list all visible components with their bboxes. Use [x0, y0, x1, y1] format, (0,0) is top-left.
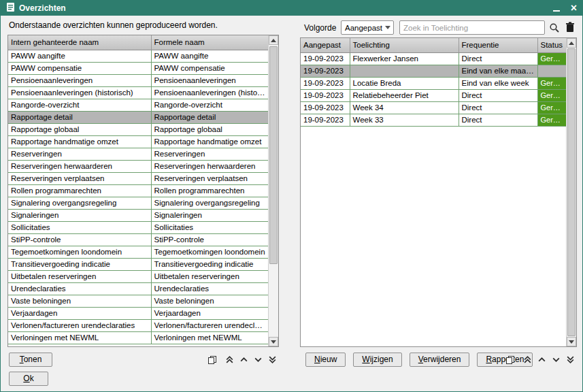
intern-naam-cell[interactable]: PAWW compensatie — [8, 62, 151, 74]
search-button[interactable] — [548, 22, 561, 34]
aangepast-cell[interactable]: 19-09-2023 — [301, 101, 350, 114]
scroll-top-button[interactable] — [224, 354, 235, 365]
status-cell[interactable]: Gereed — [537, 89, 566, 101]
overzicht-row[interactable]: PAWW compensatiePAWW compensatie — [8, 62, 268, 74]
status-cell[interactable]: Gereed — [537, 114, 566, 126]
delete-search-button[interactable] — [564, 21, 576, 33]
formele-naam-cell[interactable]: PAWW aangifte — [151, 50, 268, 62]
intern-naam-cell[interactable]: Rangorde-overzicht — [8, 99, 151, 111]
intern-naam-cell[interactable]: Verlonen/factureren urendeclaraties — [8, 319, 151, 331]
formele-naam-cell[interactable]: Pensioenaanleveringen — [151, 74, 268, 86]
overzicht-row[interactable]: Rollen programmarechtenRollen programmar… — [8, 184, 268, 197]
overzicht-row[interactable]: PAWW aangiftePAWW aangifte — [8, 50, 268, 62]
overzicht-row[interactable]: Vaste beloningenVaste beloningen — [8, 295, 268, 307]
intern-naam-cell[interactable]: Rapportage detail — [8, 111, 151, 123]
rapport-row[interactable]: 19-09-2023Week 34DirectGereed — [301, 101, 566, 114]
intern-naam-cell[interactable]: Verloningen met NEWML — [8, 331, 151, 344]
formele-naam-cell[interactable]: Vaste beloningen — [151, 295, 268, 307]
intern-naam-cell[interactable]: Reserveringen verplaatsen — [8, 172, 151, 184]
formele-naam-cell[interactable]: Pensioenaanleveringen (historisch) — [151, 86, 268, 99]
overzicht-row[interactable]: SollicitatiesSollicitaties — [8, 221, 268, 233]
formele-naam-cell[interactable]: Urendeclaraties — [151, 282, 268, 295]
overzicht-row[interactable]: Transitievergoeding indicatieTransitieve… — [8, 258, 268, 270]
status-cell[interactable] — [537, 65, 566, 77]
intern-naam-cell[interactable]: Vaste beloningen — [8, 295, 151, 307]
aangepast-cell[interactable]: 19-09-2023 — [301, 52, 350, 65]
rapport-row[interactable]: 19-09-2023Week 33DirectGereed — [301, 114, 566, 126]
intern-naam-cell[interactable]: Signalering overgangsregeling — [8, 197, 151, 209]
overzicht-row[interactable]: Pensioenaanleveringen (historisch)Pensio… — [8, 86, 268, 99]
left-scrollbar[interactable] — [268, 35, 278, 346]
copy-button[interactable] — [206, 354, 218, 365]
formele-naam-cell[interactable]: Transitievergoeding indicatie — [151, 258, 268, 270]
tonen-button[interactable]: Tonen — [9, 353, 52, 367]
intern-naam-cell[interactable]: Pensioenaanleveringen — [8, 74, 151, 86]
overzicht-row[interactable]: Verlonen/factureren urendeclaratiesVerlo… — [8, 319, 268, 331]
aangepast-cell[interactable]: 19-09-2023 — [301, 89, 350, 101]
overzicht-row[interactable]: UrendeclaratiesUrendeclaraties — [8, 282, 268, 295]
rapport-row[interactable]: 19-09-2023Locatie BredaEind van elke wee… — [301, 77, 566, 89]
intern-naam-cell[interactable]: Urendeclaraties — [8, 282, 151, 295]
formele-naam-cell[interactable]: Verlonen/factureren urendeclaraties — [151, 319, 268, 331]
frequentie-cell[interactable]: Direct — [459, 114, 537, 126]
frequentie-cell[interactable]: Direct — [459, 52, 537, 65]
status-cell[interactable]: Gereed — [537, 77, 566, 89]
verwijderen-button[interactable]: Verwijderen — [410, 353, 470, 367]
formele-naam-cell[interactable]: Signalering overgangsregeling — [151, 197, 268, 209]
aangepast-cell[interactable]: 19-09-2023 — [301, 65, 350, 77]
scroll-up-arrow[interactable] — [567, 38, 576, 48]
overzicht-row[interactable]: Verloningen met NEWMLVerloningen met NEW… — [8, 331, 268, 344]
formele-naam-cell[interactable]: Tegemoetkomingen loondomein — [151, 246, 268, 258]
formele-naam-cell[interactable]: StiPP-controle — [151, 233, 268, 246]
scroll-down-button[interactable] — [252, 354, 264, 365]
intern-naam-cell[interactable]: Uitbetalen reserveringen — [8, 270, 151, 282]
formele-naam-cell[interactable]: Rapportage globaal — [151, 123, 268, 135]
overzicht-row[interactable]: SignaleringenSignaleringen — [8, 209, 268, 221]
status-cell[interactable]: Gereed — [537, 52, 566, 65]
scroll-up-button[interactable] — [536, 354, 548, 365]
copy-button[interactable] — [504, 354, 516, 365]
scroll-top-button[interactable] — [522, 354, 533, 365]
toelichting-cell[interactable]: Week 34 — [350, 101, 459, 114]
formele-naam-cell[interactable]: Rapportage detail — [151, 111, 268, 123]
overzicht-row[interactable]: Rapportage handmatige omzetRapportage ha… — [8, 135, 268, 148]
scroll-down-button[interactable] — [550, 354, 562, 365]
frequentie-cell[interactable]: Direct — [459, 89, 537, 101]
intern-naam-cell[interactable]: Verjaardagen — [8, 307, 151, 319]
intern-naam-cell[interactable]: Transitievergoeding indicatie — [8, 258, 151, 270]
formele-naam-cell[interactable]: Verjaardagen — [151, 307, 268, 319]
formele-naam-cell[interactable]: PAWW compensatie — [151, 62, 268, 74]
overzicht-row[interactable]: Uitbetalen reserveringenUitbetalen reser… — [8, 270, 268, 282]
nieuw-button[interactable]: Nieuw — [305, 353, 346, 367]
aangepast-cell[interactable]: 19-09-2023 — [301, 114, 350, 126]
formele-naam-cell[interactable]: Uitbetalen reserveringen — [151, 270, 268, 282]
scrollbar-thumb[interactable] — [567, 48, 576, 336]
close-button[interactable]: × — [571, 3, 577, 13]
titlebar[interactable]: Overzichten × — [1, 1, 582, 16]
overzicht-row[interactable]: PensioenaanleveringenPensioenaanlevering… — [8, 74, 268, 86]
overzicht-row[interactable]: Reserveringen verplaatsenReserveringen v… — [8, 172, 268, 184]
intern-naam-cell[interactable]: Reserveringen herwaarderen — [8, 160, 151, 172]
toelichting-cell[interactable]: Relatiebeheerder Piet — [350, 89, 459, 101]
right-scrollbar[interactable] — [566, 38, 576, 346]
scroll-down-arrow[interactable] — [269, 337, 278, 346]
scroll-up-button[interactable] — [238, 354, 250, 365]
scroll-down-arrow[interactable] — [567, 337, 576, 346]
overzicht-row[interactable]: Tegemoetkomingen loondomeinTegemoetkomin… — [8, 246, 268, 258]
formele-naam-cell[interactable]: Rangorde-overzicht — [151, 99, 268, 111]
toelichting-cell[interactable] — [350, 65, 459, 77]
status-cell[interactable]: Gereed — [537, 101, 566, 114]
toelichting-cell[interactable]: Week 33 — [350, 114, 459, 126]
aangepast-cell[interactable]: 19-09-2023 — [301, 77, 350, 89]
scroll-bottom-button[interactable] — [267, 354, 278, 365]
overzicht-row[interactable]: Rangorde-overzichtRangorde-overzicht — [8, 99, 268, 111]
formele-naam-cell[interactable]: Rapportage handmatige omzet — [151, 135, 268, 148]
rapport-row[interactable]: 19-09-2023Flexwerker JansenDirectGereed — [301, 52, 566, 65]
scroll-up-arrow[interactable] — [269, 35, 278, 45]
intern-naam-cell[interactable]: Reserveringen — [8, 148, 151, 160]
overzicht-row[interactable]: ReserveringenReserveringen — [8, 148, 268, 160]
toelichting-cell[interactable]: Flexwerker Jansen — [350, 52, 459, 65]
overzicht-row[interactable]: Rapportage globaalRapportage globaal — [8, 123, 268, 135]
formele-naam-cell[interactable]: Reserveringen verplaatsen — [151, 172, 268, 184]
overzicht-row[interactable]: Reserveringen herwaarderenReserveringen … — [8, 160, 268, 172]
